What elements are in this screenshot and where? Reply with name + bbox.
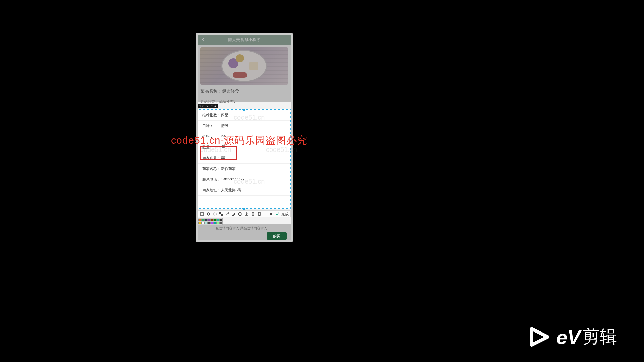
swatch[interactable] [219,222,222,224]
svg-rect-5 [252,212,254,216]
detail-row-mname: 商家名称：新作商家 [198,164,290,174]
svg-point-4 [238,213,241,216]
svg-rect-3 [221,214,223,216]
watermark-red: code51.cn-源码乐园盗图必究 [171,134,307,147]
page-title: 懒人美食帮小程序 [198,37,291,43]
svg-rect-0 [200,213,204,215]
dish-name-label: 菜品名称： [200,88,222,94]
dish-category-value: 菜品分类3 [219,99,235,103]
swatch[interactable] [198,222,201,224]
dish-image [200,47,288,85]
chevron-left-icon [202,37,205,42]
content-area: 菜品名称：健康轻食 菜品分类：菜品分类3 [198,45,291,107]
swatch[interactable] [213,222,216,224]
tool-pin-icon[interactable] [256,211,262,217]
swatch[interactable] [204,222,207,224]
detail-row-taste: 口味：清淡 [198,121,290,131]
swatch[interactable] [201,219,204,221]
color-palette [198,218,223,225]
tool-pen-icon[interactable] [231,211,236,217]
swatch[interactable] [198,219,201,221]
dish-category-row: 菜品分类：菜品分类3 [200,99,288,104]
swatch[interactable] [216,219,219,221]
screenshot-selection[interactable]: 推荐指数：四星 口味：清淡 价格：23 数量：48 商家账号：001 商家名称：… [198,109,291,209]
ev-cn: 剪辑 [582,325,617,349]
play-icon [529,326,550,348]
ev-logo: eV 剪辑 [529,325,617,349]
selection-dimension-badge: 368 × 394 [198,104,218,108]
tool-arrow-icon[interactable] [224,211,230,217]
swatch[interactable] [210,222,213,224]
dish-name-row: 菜品名称：健康轻食 [200,88,288,94]
svg-point-1 [213,213,216,215]
svg-rect-6 [258,212,260,215]
svg-rect-2 [219,212,221,214]
tool-ellipse-icon[interactable] [212,211,217,217]
watermark: code51.cn [234,178,265,185]
dish-name-value: 健康轻食 [222,88,239,94]
buy-button[interactable]: 购买 [267,232,287,240]
ev-brand: eV [556,326,580,348]
screenshot-toolbar: 完成 [198,210,291,217]
swatch[interactable] [210,219,213,221]
app-header: 懒人美食帮小程序 [198,35,291,45]
tool-download-icon[interactable] [244,211,249,217]
detail-row-addr: 商家地址：人民北路5号 [198,185,290,196]
tool-rect-icon[interactable] [199,211,205,217]
back-button[interactable] [200,37,206,43]
tool-cancel-icon[interactable] [268,211,274,217]
swatch[interactable] [201,222,204,224]
swatch[interactable] [207,219,210,221]
watermark: code51.cn [234,114,265,121]
tool-undo-icon[interactable] [205,211,211,217]
placeholder-hint: 且送情内容输入 菜品送情内容输入 [216,226,267,231]
swatch[interactable] [213,219,216,221]
swatch[interactable] [207,222,210,224]
swatch[interactable] [219,219,222,221]
swatch[interactable] [216,222,219,224]
dish-category-label: 菜品分类： [200,99,219,103]
swatch[interactable] [204,219,207,221]
done-button[interactable]: 完成 [281,212,289,217]
tool-mosaic-icon[interactable] [218,211,224,217]
tool-circle-icon[interactable] [237,211,243,217]
tool-phone-icon[interactable] [250,211,256,217]
tool-confirm-icon[interactable] [274,211,280,217]
